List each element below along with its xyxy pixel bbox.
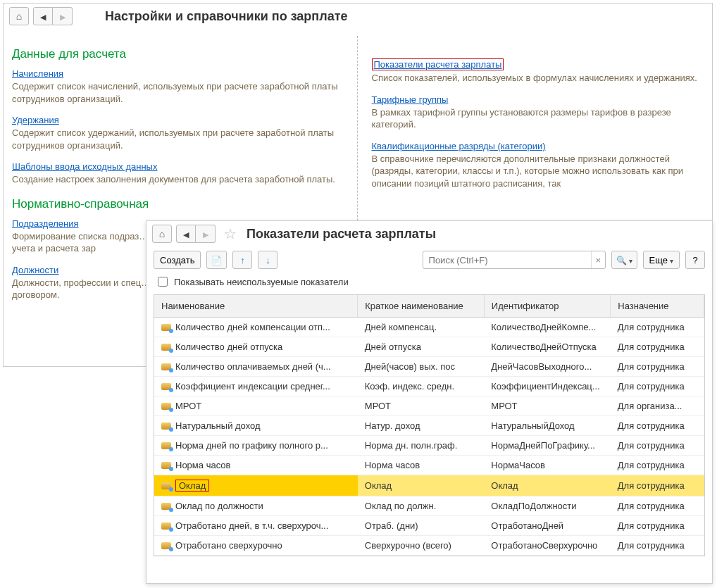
desc: Содержит список начислений, используемых… (12, 80, 344, 105)
table-row[interactable]: Оклад по должностиОклад по должн.ОкладПо… (154, 496, 704, 516)
arrow-down-icon (266, 255, 270, 265)
more-button[interactable]: Еще (643, 251, 680, 269)
cell-short: МРОТ (358, 396, 485, 416)
cell-name: Отработано дней, в т.ч. сверхуроч... (175, 520, 328, 531)
arrow-left-icon (183, 229, 189, 239)
desc: Содержит список удержаний, используемых … (12, 127, 344, 151)
table-row[interactable]: Отработано дней, в т.ч. сверхуроч...Отра… (154, 516, 704, 536)
cell-id: КоличествоДнейКомпе... (484, 318, 611, 337)
link-accruals[interactable]: Начисления (12, 68, 63, 79)
cell-name: Количество дней отпуска (175, 342, 282, 352)
table-row[interactable]: Норма дней по графику полного р...Норма … (154, 436, 704, 456)
more-label: Еще (649, 255, 668, 265)
create-button[interactable]: Создать (154, 251, 201, 269)
table-row[interactable]: ОкладОкладОкладДля сотрудника (154, 475, 704, 496)
table-row[interactable]: Коэффициент индексации среднег...Коэф. и… (154, 377, 704, 396)
cell-short: Оклад по должн. (358, 496, 485, 516)
link-qualification[interactable]: Квалификационные разряды (категории) (372, 141, 546, 151)
home-button[interactable] (152, 225, 172, 243)
row-icon (161, 503, 171, 510)
link-departments[interactable]: Подразделения (12, 218, 79, 229)
cell-dest: Для сотрудника (611, 416, 704, 436)
cell-dest: Для сотрудника (611, 496, 704, 516)
cell-id: НормаЧасов (484, 456, 611, 475)
cell-name: Норма часов (175, 460, 230, 470)
row-icon (161, 523, 171, 530)
arrow-right-icon (60, 11, 66, 22)
col-name[interactable]: Наименование (154, 295, 358, 318)
cell-id: НормаДнейПоГрафику... (484, 436, 611, 456)
row-icon (161, 383, 171, 390)
link-tariff-groups[interactable]: Тарифные группы (372, 94, 449, 105)
toolbar: Создать × Еще ? (146, 246, 712, 273)
table-row[interactable]: МРОТМРОТМРОТДля организа... (154, 396, 704, 416)
cell-dest: Для сотрудника (611, 536, 704, 556)
cell-short: Дней отпуска (358, 337, 485, 357)
col-short[interactable]: Краткое наименование (358, 295, 485, 318)
chevron-down-icon (668, 255, 673, 265)
col-identifier[interactable]: Идентификатор (484, 295, 611, 318)
home-icon (159, 228, 165, 239)
chevron-down-icon (627, 255, 632, 265)
page-title: Показатели расчета зарплаты (247, 227, 436, 242)
cell-id: ОкладПоДолжности (484, 496, 611, 516)
cell-short: Оклад (358, 475, 485, 496)
desc: Создание настроек заполнения документов … (12, 173, 344, 186)
link-deductions[interactable]: Удержания (12, 115, 59, 125)
cell-short: Коэф. индекс. средн. (358, 377, 485, 396)
link-templates[interactable]: Шаблоны ввода исходных данных (12, 161, 157, 172)
row-icon (161, 344, 171, 351)
table-row[interactable]: Количество дней компенсации отп...Дней к… (154, 318, 704, 337)
search-input[interactable] (423, 255, 591, 265)
table-header-row: Наименование Краткое наименование Иденти… (154, 295, 704, 318)
home-icon (16, 11, 22, 22)
nav-back-button[interactable] (176, 225, 196, 243)
cell-id: Оклад (484, 475, 611, 496)
cell-name: Количество дней компенсации отп... (175, 322, 330, 332)
row-icon (161, 363, 171, 370)
row-icon (161, 324, 171, 331)
search-clear-button[interactable]: × (591, 251, 605, 268)
table-row[interactable]: Количество дней отпускаДней отпускаКолич… (154, 337, 704, 357)
row-icon (161, 403, 171, 410)
cell-dest: Для сотрудника (611, 377, 704, 396)
move-down-button[interactable] (258, 251, 278, 269)
show-unused-row: Показывать неиспользуемые показатели (146, 273, 712, 294)
show-unused-label: Показывать неиспользуемые показатели (174, 277, 349, 287)
section-header: Нормативно-справочная (12, 197, 344, 211)
section-header: Данные для расчета (12, 47, 344, 61)
star-icon[interactable]: ☆ (224, 225, 237, 242)
cell-short: Дней(часов) вых. пос (358, 357, 485, 377)
row-icon (161, 542, 171, 549)
cell-id: КоличествоДнейОтпуска (484, 337, 611, 357)
titlebar: Настройки и справочники по зарплате (4, 4, 712, 29)
home-button[interactable] (9, 7, 29, 25)
search-icon (616, 255, 627, 265)
nav-group (176, 225, 216, 243)
help-button[interactable]: ? (685, 251, 705, 269)
show-unused-checkbox[interactable] (158, 277, 168, 287)
table-row[interactable]: Количество оплачиваемых дней (ч...Дней(ч… (154, 357, 704, 377)
nav-forward-button[interactable] (53, 7, 73, 25)
row-icon (161, 423, 171, 430)
cell-dest: Для сотрудника (611, 475, 704, 496)
cell-dest: Для сотрудника (611, 516, 704, 536)
link-positions[interactable]: Должности (12, 265, 58, 275)
move-up-button[interactable] (232, 251, 252, 269)
col-dest[interactable]: Назначение (611, 295, 704, 318)
table-row[interactable]: Норма часовНорма часовНормаЧасовДля сотр… (154, 456, 704, 475)
nav-back-button[interactable] (33, 7, 53, 25)
link-indicators[interactable]: Показатели расчета зарплаты (372, 58, 504, 70)
cell-short: Дней компенсац. (358, 318, 485, 337)
copy-button[interactable] (206, 251, 227, 269)
nav-forward-button[interactable] (196, 225, 216, 243)
table-row[interactable]: Натуральный доходНатур. доходНатуральный… (154, 416, 704, 436)
copy-icon (211, 255, 222, 265)
table-row[interactable]: Отработано сверхурочноСверхурочно (всего… (154, 536, 704, 556)
search-button[interactable] (611, 251, 637, 269)
cell-dest: Для организа... (611, 396, 704, 416)
cell-name: Оклад (175, 480, 209, 492)
desc: В рамках тарифной группы установаются ра… (372, 106, 704, 131)
arrow-up-icon (240, 255, 245, 265)
titlebar: ☆ Показатели расчета зарплаты (146, 221, 712, 246)
